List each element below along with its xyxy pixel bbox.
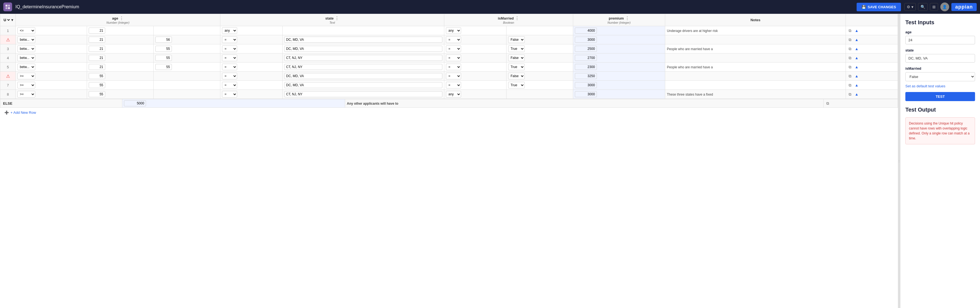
move-row-up-button[interactable]: ▲ (854, 73, 860, 79)
search-button[interactable]: 🔍 (918, 3, 928, 11)
ismarried-op-select[interactable]: any = (446, 64, 461, 70)
age-op-select[interactable]: <= betw... >= = (18, 82, 35, 88)
row-actions-cell: ⧉ ▲ (846, 90, 898, 99)
u-select[interactable]: U F A (3, 18, 11, 22)
age-op-select[interactable]: <= betw... >= = (18, 64, 35, 70)
state-op-select[interactable]: any = (222, 82, 237, 88)
state-val-input[interactable] (284, 46, 442, 52)
ismarried-val-select[interactable]: False True (508, 73, 525, 79)
age-val2-input[interactable] (155, 37, 172, 43)
state-val-input[interactable] (284, 64, 442, 70)
move-row-up-button[interactable]: ▲ (854, 46, 860, 51)
age-op-select[interactable]: <= betw... >= = (18, 91, 35, 97)
premium-input[interactable] (575, 91, 597, 97)
premium-input[interactable] (575, 55, 597, 61)
move-row-up-button[interactable]: ▲ (854, 64, 860, 70)
copy-row-button[interactable]: ⧉ (848, 82, 853, 88)
ismarried-val-select[interactable]: False True (508, 37, 525, 43)
state-op-select[interactable]: any = (222, 27, 237, 34)
age-val2-input[interactable] (155, 64, 172, 70)
ismarried-op-select[interactable]: any = (446, 54, 461, 61)
age-op-select[interactable]: <= betw... >= = (18, 27, 35, 34)
state-op-select[interactable]: any = (222, 91, 237, 97)
premium-input[interactable] (575, 82, 597, 88)
age-op-select[interactable]: <= betw... >= = (18, 37, 35, 43)
ismarried-op-select[interactable]: any = (446, 82, 461, 88)
age-val1-input[interactable] (89, 55, 105, 61)
ismarried-op-select[interactable]: any = (446, 37, 461, 43)
add-new-row-button[interactable]: ➕ + Add New Row (0, 108, 40, 117)
ismarried-val-select[interactable]: False True (508, 82, 525, 88)
move-row-up-button[interactable]: ▲ (854, 37, 860, 42)
state-val-input[interactable] (284, 82, 442, 88)
age-val1-input[interactable] (89, 64, 105, 70)
age-val1-input[interactable] (89, 37, 105, 43)
age-val1-input[interactable] (89, 82, 105, 88)
else-copy-button[interactable]: ⧉ (825, 101, 830, 106)
ismarried-val-select[interactable]: False True (508, 45, 525, 52)
move-row-up-button[interactable]: ▲ (854, 82, 860, 88)
copy-row-button[interactable]: ⧉ (848, 64, 853, 70)
state-val-input[interactable] (284, 55, 442, 61)
age-op-select[interactable]: <= betw... >= = (18, 54, 35, 61)
age-val2-input[interactable] (155, 55, 172, 61)
state-op-select[interactable]: any = (222, 64, 237, 70)
move-row-up-button[interactable]: ▲ (854, 55, 860, 61)
ismarried-drag-handle[interactable]: ⋮ (515, 16, 519, 21)
scroll-divider[interactable]: ⋮ (898, 14, 900, 308)
state-input[interactable] (905, 54, 975, 62)
move-row-up-button[interactable]: ▲ (854, 91, 860, 97)
set-default-link[interactable]: Set as default test values (905, 84, 975, 88)
premium-drag-handle[interactable]: ⋮ (625, 16, 629, 21)
age-op-select[interactable]: <= betw... >= = (18, 45, 35, 52)
ismarried-op-select[interactable]: any = (446, 27, 461, 34)
age-op-select[interactable]: <= betw... >= = (18, 73, 35, 79)
state-val-input[interactable] (284, 73, 442, 79)
premium-cell (573, 62, 665, 72)
premium-input[interactable] (575, 37, 597, 43)
state-val-input[interactable] (284, 91, 442, 97)
premium-input[interactable] (575, 27, 597, 34)
state-op-select[interactable]: any = (222, 45, 237, 52)
state-op-select[interactable]: any = (222, 73, 237, 79)
ismarried-op-select[interactable]: any = (446, 91, 461, 97)
copy-row-button[interactable]: ⧉ (848, 91, 853, 97)
svg-rect-2 (5, 7, 8, 9)
test-button[interactable]: TEST (905, 92, 975, 101)
move-row-up-button[interactable]: ▲ (854, 28, 860, 34)
copy-row-button[interactable]: ⧉ (848, 46, 853, 52)
copy-row-button[interactable]: ⧉ (848, 37, 853, 43)
age-val1-input[interactable] (89, 91, 105, 97)
age-val2-input[interactable] (155, 46, 172, 52)
age-drag-handle[interactable]: ⋮ (119, 16, 124, 21)
ismarried-val-select[interactable]: False True (508, 54, 525, 61)
copy-row-button[interactable]: ⧉ (848, 73, 853, 79)
state-op-select[interactable]: any = (222, 37, 237, 43)
ismarried-select[interactable]: False True (905, 72, 975, 81)
premium-input[interactable] (575, 46, 597, 52)
ismarried-val-select[interactable]: False True (508, 64, 525, 70)
avatar[interactable]: 👤 (940, 3, 949, 11)
else-premium-input[interactable] (124, 100, 146, 106)
age-input[interactable] (905, 36, 975, 45)
settings-button[interactable]: ⚙ ▾ (904, 3, 916, 11)
save-changes-button[interactable]: 💾 SAVE CHANGES (857, 3, 901, 11)
age-val2-cell (153, 53, 220, 62)
premium-input[interactable] (575, 73, 597, 79)
age-val1-input[interactable] (89, 73, 105, 79)
copy-row-button[interactable]: ⧉ (848, 55, 853, 61)
state-op-select[interactable]: any = (222, 54, 237, 61)
grid-button[interactable]: ⊞ (930, 3, 938, 11)
ismarried-op-select[interactable]: any = (446, 45, 461, 52)
notes-cell: These three states have a fixed (665, 90, 846, 99)
state-drag-handle[interactable]: ⋮ (335, 16, 339, 21)
age-val1-cell (87, 81, 153, 90)
premium-input[interactable] (575, 64, 597, 70)
state-val-input[interactable] (284, 37, 442, 43)
age-val2-cell (153, 81, 220, 90)
plus-icon: ➕ (5, 110, 9, 115)
copy-row-button[interactable]: ⧉ (848, 28, 853, 34)
ismarried-op-select[interactable]: any = (446, 73, 461, 79)
age-val1-input[interactable] (89, 46, 105, 52)
age-val1-input[interactable] (89, 27, 105, 34)
